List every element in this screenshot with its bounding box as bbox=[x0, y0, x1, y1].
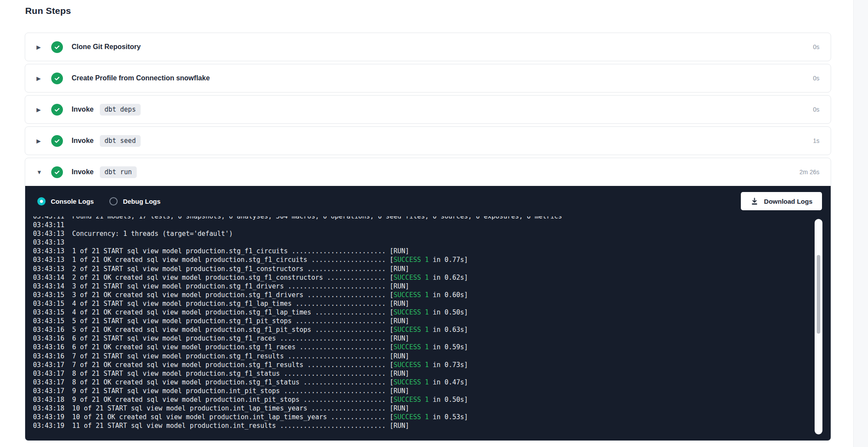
log-text: 2 of 21 OK created sql view model produc… bbox=[72, 274, 394, 281]
log-panel-header: Console Logs Debug Logs Download Logs bbox=[25, 186, 831, 216]
log-timestamp: 03:43:14 bbox=[33, 274, 64, 281]
log-success-text: SUCCESS 1 bbox=[394, 308, 429, 316]
log-timestamp: 03:43:19 bbox=[33, 413, 64, 421]
debug-logs-radio[interactable]: Debug Logs bbox=[109, 197, 161, 205]
log-timestamp: 03:43:17 bbox=[33, 370, 64, 377]
log-line: 03:43:132 of 21 START sql view model pro… bbox=[33, 265, 807, 273]
log-text: 7 of 21 START sql view model production.… bbox=[72, 352, 409, 360]
console-logs-label: Console Logs bbox=[51, 198, 94, 205]
run-steps-section: Run Steps ▶Clone Git Repository0s▶Create… bbox=[25, 0, 831, 441]
log-text: 9 of 21 START sql view model production.… bbox=[72, 387, 409, 395]
log-success-text: SUCCESS 1 bbox=[394, 256, 429, 264]
log-timestamp: 03:43:13 bbox=[33, 256, 64, 264]
log-line: 03:43:11 bbox=[33, 221, 807, 229]
log-text: in 0.60s] bbox=[429, 291, 468, 299]
console-log-lines: 03:43:11Found 21 models, 17 tests, 0 sna… bbox=[33, 216, 807, 430]
log-text: 11 of 21 START sql view model production… bbox=[72, 422, 409, 430]
step-card: ▶Invokedbt deps0s bbox=[25, 95, 831, 124]
log-text: 6 of 21 OK created sql view model produc… bbox=[72, 343, 394, 351]
step-command-badge: dbt deps bbox=[100, 104, 141, 116]
chevron-down-icon[interactable]: ▼ bbox=[36, 169, 44, 175]
log-line: 03:43:142 of 21 OK created sql view mode… bbox=[33, 273, 807, 282]
log-line: 03:43:1911 of 21 START sql view model pr… bbox=[33, 421, 807, 430]
log-timestamp: 03:43:16 bbox=[33, 326, 64, 334]
log-timestamp: 03:43:16 bbox=[33, 334, 64, 342]
radio-unselected-icon[interactable] bbox=[109, 197, 118, 205]
download-logs-label: Download Logs bbox=[764, 198, 812, 205]
log-text: 5 of 21 START sql view model production.… bbox=[72, 317, 409, 325]
console-logs-radio[interactable]: Console Logs bbox=[37, 197, 94, 205]
log-text: 3 of 21 OK created sql view model produc… bbox=[72, 291, 394, 299]
log-line: 03:43:166 of 21 OK created sql view mode… bbox=[33, 343, 807, 351]
log-line: 03:43:131 of 21 OK created sql view mode… bbox=[33, 255, 807, 264]
step-header[interactable]: ▶Create Profile from Connection snowflak… bbox=[25, 64, 831, 92]
check-circle-icon bbox=[51, 135, 63, 147]
step-header[interactable]: ▶Invokedbt seed1s bbox=[25, 127, 831, 155]
log-text: 10 of 21 OK created sql view model produ… bbox=[72, 413, 394, 421]
chevron-right-icon[interactable]: ▶ bbox=[36, 76, 44, 81]
step-card: ▶Create Profile from Connection snowflak… bbox=[25, 64, 831, 93]
chevron-right-icon[interactable]: ▶ bbox=[36, 44, 44, 50]
log-text: Concurrency: 1 threads (target='default'… bbox=[72, 230, 233, 238]
log-line: 03:43:177 of 21 OK created sql view mode… bbox=[33, 361, 807, 369]
log-line: 03:43:167 of 21 START sql view model pro… bbox=[33, 352, 807, 361]
log-text: 5 of 21 OK created sql view model produc… bbox=[72, 326, 394, 334]
log-scrollbar-track[interactable] bbox=[815, 219, 822, 434]
log-line: 03:43:154 of 21 OK created sql view mode… bbox=[33, 308, 807, 317]
log-success-text: SUCCESS 1 bbox=[394, 378, 429, 386]
log-line: 03:43:154 of 21 START sql view model pro… bbox=[33, 299, 807, 308]
log-timestamp: 03:43:15 bbox=[33, 300, 64, 308]
log-text: in 0.47s] bbox=[429, 378, 468, 386]
log-text: in 0.73s] bbox=[429, 361, 468, 369]
log-line: 03:43:178 of 21 START sql view model pro… bbox=[33, 369, 807, 378]
check-circle-icon bbox=[51, 166, 63, 178]
log-text: 1 of 21 START sql view model production.… bbox=[72, 247, 409, 255]
log-line: 03:43:155 of 21 START sql view model pro… bbox=[33, 317, 807, 325]
log-line: 03:43:189 of 21 OK created sql view mode… bbox=[33, 395, 807, 404]
console-log-output[interactable]: 03:43:11Found 21 models, 17 tests, 0 sna… bbox=[33, 216, 807, 438]
step-card: ▶Invokedbt seed1s bbox=[25, 126, 831, 155]
download-icon bbox=[750, 197, 759, 205]
download-logs-button[interactable]: Download Logs bbox=[741, 192, 822, 210]
step-label: Create Profile from Connection snowflake bbox=[72, 74, 210, 82]
step-duration: 0s bbox=[813, 43, 819, 50]
log-success-text: SUCCESS 1 bbox=[394, 343, 429, 351]
radio-selected-icon[interactable] bbox=[37, 197, 46, 205]
log-text: 2 of 21 START sql view model production.… bbox=[72, 265, 409, 273]
step-command-badge: dbt seed bbox=[100, 135, 141, 147]
log-timestamp: 03:43:15 bbox=[33, 291, 64, 299]
debug-logs-label: Debug Logs bbox=[123, 198, 161, 205]
step-duration: 2m 26s bbox=[799, 169, 819, 175]
log-success-text: SUCCESS 1 bbox=[394, 361, 429, 369]
log-scrollbar-thumb[interactable] bbox=[817, 255, 820, 334]
step-card: ▼Invokedbt run2m 26s Console Logs Debug … bbox=[25, 158, 831, 441]
log-success-text: SUCCESS 1 bbox=[394, 291, 429, 299]
chevron-right-icon[interactable]: ▶ bbox=[36, 107, 44, 113]
log-line: 03:43:1910 of 21 OK created sql view mod… bbox=[33, 413, 807, 421]
log-timestamp: 03:43:18 bbox=[33, 396, 64, 404]
step-card: ▶Clone Git Repository0s bbox=[25, 33, 831, 61]
log-type-radio-group: Console Logs Debug Logs bbox=[37, 197, 161, 205]
log-line: 03:43:11Found 21 models, 17 tests, 0 sna… bbox=[33, 216, 807, 221]
step-header[interactable]: ▼Invokedbt run2m 26s bbox=[25, 158, 831, 186]
page-scroll-gutter bbox=[853, 0, 868, 447]
log-line: 03:43:166 of 21 START sql view model pro… bbox=[33, 334, 807, 343]
log-text: 8 of 21 START sql view model production.… bbox=[72, 370, 409, 377]
log-text: in 0.50s] bbox=[429, 396, 468, 404]
step-header[interactable]: ▶Clone Git Repository0s bbox=[25, 33, 831, 61]
log-text: in 0.50s] bbox=[429, 308, 468, 316]
log-timestamp: 03:43:15 bbox=[33, 317, 64, 325]
log-timestamp: 03:43:13 bbox=[33, 230, 64, 238]
log-text: in 0.62s] bbox=[429, 274, 468, 281]
log-text: 10 of 21 START sql view model production… bbox=[72, 404, 409, 412]
step-duration: 1s bbox=[813, 137, 819, 144]
log-panel: Console Logs Debug Logs Download Logs 03… bbox=[25, 186, 831, 440]
check-circle-icon bbox=[51, 41, 63, 53]
step-header[interactable]: ▶Invokedbt deps0s bbox=[25, 96, 831, 123]
check-circle-icon bbox=[51, 73, 63, 84]
chevron-right-icon[interactable]: ▶ bbox=[36, 138, 44, 144]
page-title: Run Steps bbox=[25, 6, 831, 16]
step-command-badge: dbt run bbox=[100, 166, 137, 178]
log-timestamp: 03:43:13 bbox=[33, 247, 64, 255]
log-success-text: SUCCESS 1 bbox=[394, 396, 429, 404]
